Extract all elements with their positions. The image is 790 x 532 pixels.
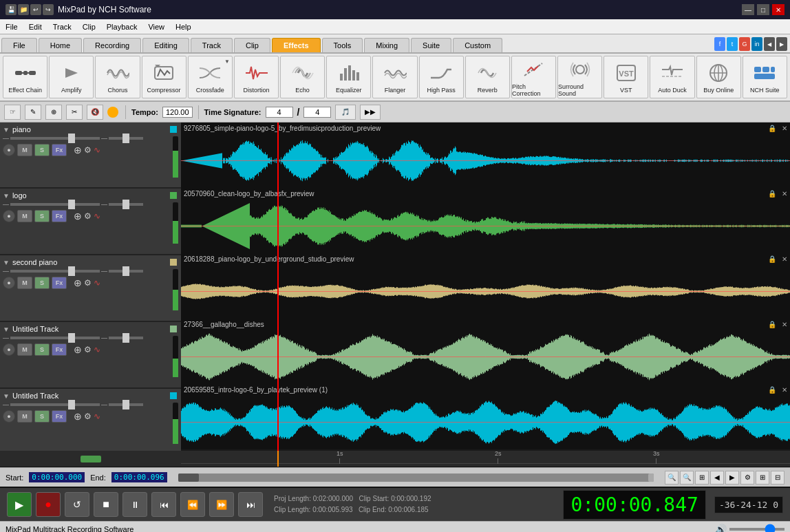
master-volume-slider[interactable] [729,528,784,531]
track-fx-1[interactable]: Fx [52,144,67,156]
title-icon-open[interactable]: 📁 [18,4,29,15]
track-volume-1[interactable] [10,137,100,140]
pitch-correction-button[interactable]: Pitch Correction [511,56,556,98]
crossfade-dropdown-icon[interactable]: ▼ [224,58,231,65]
tab-home[interactable]: Home [39,38,82,52]
crossfade-button[interactable]: Crossfade ▼ [188,56,233,98]
track-mute-1[interactable]: M [17,144,32,156]
track-mute-5[interactable]: M [17,410,32,423]
wave-close-5[interactable]: ✕ [782,386,787,394]
time-sig-num[interactable]: 4 [266,107,293,118]
track-fx-3[interactable]: Fx [52,277,67,289]
track-settings-3[interactable]: ⚙ [84,278,92,288]
track-chevron-4[interactable]: ▼ [3,326,10,333]
track-solo-2[interactable]: S [34,210,50,222]
menu-view[interactable]: View [142,21,170,32]
fwd-button[interactable]: ⏩ [209,492,234,517]
high-pass-button[interactable]: High Pass [419,56,464,98]
snap-btn[interactable]: ⊟ [771,471,784,485]
tab-recording[interactable]: Recording [83,38,141,52]
menu-playback[interactable]: Playback [101,21,143,32]
equalizer-button[interactable]: Equalizer [326,56,371,98]
track-solo-3[interactable]: S [34,277,50,289]
social-g[interactable]: G [739,37,750,51]
track-mute-3[interactable]: M [17,277,32,289]
count-in-btn[interactable]: ▶▶ [360,105,381,120]
loop-button[interactable]: ↺ [65,492,89,517]
tool-zoom[interactable]: ⊕ [45,105,62,120]
menu-help[interactable]: Help [170,21,197,32]
track-wave-1[interactable]: ∿ [94,145,100,155]
stop-button[interactable]: ■ [94,492,118,517]
auto-duck-button[interactable]: Auto Duck [650,56,694,98]
vst-button[interactable]: VST VST [604,56,648,98]
track-chevron-1[interactable]: ▼ [3,126,10,134]
record-button[interactable]: ● [36,492,61,517]
nch-suite-button[interactable]: NCH Suite [743,56,787,98]
tool-select[interactable]: ☞ [4,105,21,120]
close-button[interactable]: ✕ [772,4,784,15]
title-icon-undo[interactable]: ↩ [30,4,41,15]
tab-track[interactable]: Track [191,38,233,52]
track-pan-5[interactable] [109,403,143,406]
reverb-button[interactable]: Reverb [465,56,510,98]
wave-track-5[interactable]: 20659585_intro-logo-6_by_playtek_preview… [181,384,790,449]
social-tw[interactable]: t [727,37,738,51]
distortion-button[interactable]: Distortion [234,56,279,98]
zoom-fit-btn[interactable]: ⊞ [695,471,709,485]
zoom-in-btn[interactable]: 🔍 [680,471,694,485]
track-routing-2[interactable]: ⊕ [74,211,82,222]
tab-effects[interactable]: Effects [272,38,321,52]
track-volume-4[interactable] [10,337,100,339]
track-settings-4[interactable]: ⚙ [84,345,92,354]
social-li[interactable]: in [751,37,762,51]
track-solo-4[interactable]: S [34,343,50,356]
wave-track-3[interactable]: 20618288_piano-logo_by_underground_studi… [181,253,790,319]
tab-mixing[interactable]: Mixing [364,38,409,52]
track-settings-1[interactable]: ⚙ [84,145,92,155]
track-wave-3[interactable]: ∿ [94,278,100,288]
wave-close-1[interactable]: ✕ [782,125,787,132]
track-solo-5[interactable]: S [34,410,50,423]
tab-clip[interactable]: Clip [234,38,270,52]
wave-close-3[interactable]: ✕ [782,255,787,263]
maximize-button[interactable]: □ [757,4,769,15]
track-fx-4[interactable]: Fx [52,343,67,356]
tool-mute[interactable]: 🔇 [87,105,103,120]
wave-track-4[interactable]: 27366__gallagho__dishes 🔒 ✕ [181,319,790,384]
track-chevron-3[interactable]: ▼ [3,259,10,266]
track-settings-5[interactable]: ⚙ [84,412,92,421]
settings-btn[interactable]: ⚙ [740,471,754,485]
metronome-btn[interactable]: 🎵 [335,105,356,120]
scroll-handle-left[interactable] [178,474,199,482]
wave-close-2[interactable]: ✕ [782,190,787,198]
track-volume-3[interactable] [10,270,100,273]
track-routing-1[interactable]: ⊕ [74,145,82,156]
buy-online-button[interactable]: Buy Online [696,56,741,98]
social-fb[interactable]: f [714,37,725,51]
track-routing-3[interactable]: ⊕ [74,277,82,288]
track-mute-2[interactable]: M [17,210,32,222]
track-record-btn-3[interactable]: ● [3,277,15,289]
end-button[interactable]: ⏭ [238,492,263,517]
menu-clip[interactable]: Clip [77,21,101,32]
timeline[interactable]: 1s 2s 3s [181,451,790,467]
tool-pencil[interactable]: ✎ [25,105,41,120]
minimize-button[interactable]: — [742,4,754,15]
track-wave-2[interactable]: ∿ [94,211,100,221]
track-mute-4[interactable]: M [17,343,32,356]
effect-chain-button[interactable]: Effect Chain [3,56,47,98]
scroll-right-btn[interactable]: ▶ [725,471,739,485]
wave-track-1[interactable]: 9276805_simple-piano-logo-5_by_fredimusi… [181,123,790,188]
wave-track-2[interactable]: 20570960_clean-logo_by_albasfx_preview 🔒… [181,188,790,253]
track-volume-2[interactable] [10,203,100,206]
track-routing-4[interactable]: ⊕ [74,344,82,355]
track-fx-2[interactable]: Fx [52,210,67,222]
track-chevron-5[interactable]: ▼ [3,392,10,400]
tab-suite[interactable]: Suite [411,38,451,52]
track-record-btn-1[interactable]: ● [3,144,15,156]
play-button[interactable]: ▶ [7,492,32,517]
track-solo-1[interactable]: S [34,144,50,156]
tab-file[interactable]: File [1,38,37,52]
compressor-button[interactable]: Compressor [142,56,186,98]
